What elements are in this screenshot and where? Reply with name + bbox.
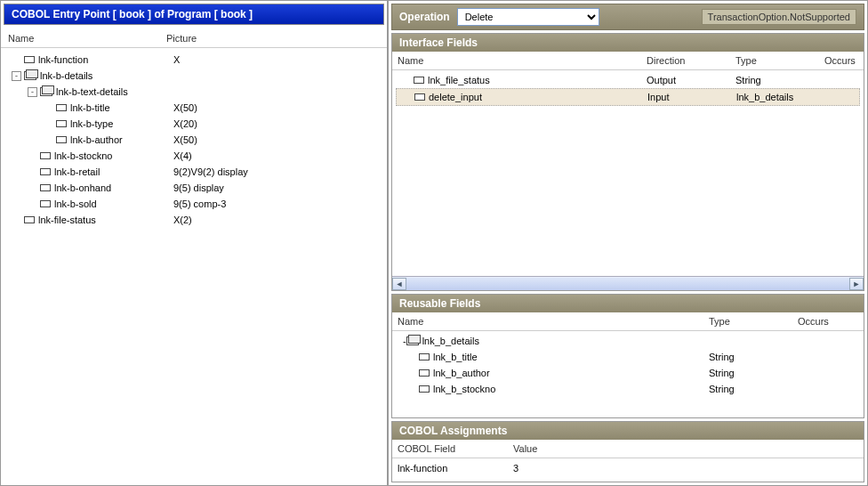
tree-row[interactable]: lnk-b-sold9(5) comp-3: [4, 196, 383, 212]
if-type: String: [735, 73, 824, 87]
reusable-fields-header: Name Type Occurs: [392, 312, 864, 331]
field-icon: [56, 120, 67, 127]
tree-row[interactable]: lnk-file-statusX(2): [4, 212, 383, 228]
tree-item-picture: 9(5) display: [173, 181, 383, 195]
reusable-field-row[interactable]: lnk_b_authorString: [396, 365, 860, 381]
tree-item-label: lnk-b-type: [70, 117, 113, 131]
ca-col-field: COBOL Field: [398, 443, 513, 454]
cobol-assignments-section: COBOL Assignments COBOL Field Value lnk-…: [391, 421, 864, 482]
rf-name-label: lnk_b_stockno: [433, 382, 495, 396]
rf-type: String: [709, 382, 798, 396]
reusable-fields-section: Reusable Fields Name Type Occurs -lnk_b_…: [391, 294, 864, 418]
tree-row[interactable]: -lnk-b-text-details: [4, 84, 383, 100]
rf-col-occurs: Occurs: [798, 316, 858, 327]
tree-item-picture: X(20): [173, 117, 383, 131]
right-panel: Operation Delete TransactionOption.NotSu…: [389, 1, 867, 485]
interface-field-row[interactable]: lnk_file_statusOutputString: [396, 72, 860, 88]
tree-row[interactable]: lnk-b-onhand9(5) display: [4, 180, 383, 196]
tree-item-label: lnk-b-sold: [54, 197, 97, 211]
tree-item-picture: 9(2)V9(2) display: [173, 165, 383, 179]
tree-item-label: lnk-b-details: [40, 69, 92, 83]
tree-row[interactable]: lnk-b-stocknoX(4): [4, 148, 383, 164]
scroll-track[interactable]: [406, 278, 849, 290]
transaction-option: TransactionOption.NotSupported: [702, 9, 856, 25]
interface-fields-section: Interface Fields Name Direction Type Occ…: [391, 33, 864, 291]
ca-field: lnk-function: [398, 461, 513, 475]
field-icon: [419, 369, 430, 377]
tree-item-label: lnk-b-retail: [54, 165, 100, 179]
toggle-placeholder: [12, 55, 21, 65]
ca-col-value: Value: [513, 443, 858, 454]
interface-fields-header: Name Direction Type Occurs: [392, 52, 864, 70]
tree-item-label: lnk-b-text-details: [56, 85, 128, 99]
left-panel: COBOL Entry Point [ book ] of Program [ …: [1, 1, 389, 485]
field-icon: [24, 216, 35, 223]
toggle-placeholder: [28, 199, 37, 209]
if-col-direction: Direction: [647, 55, 735, 66]
collapse-icon[interactable]: -: [12, 71, 21, 81]
reusable-field-row[interactable]: lnk_b_titleString: [396, 349, 860, 365]
tree-item-label: lnk-function: [38, 53, 88, 67]
operation-bar: Operation Delete TransactionOption.NotSu…: [391, 4, 864, 30]
cobol-assignments-body[interactable]: lnk-function3: [392, 458, 864, 482]
scroll-left-icon[interactable]: ◄: [392, 278, 406, 290]
rf-col-type: Type: [709, 316, 798, 327]
collapse-icon[interactable]: -: [28, 87, 37, 97]
group-icon: [24, 71, 36, 80]
reusable-field-row[interactable]: -lnk_b_details: [396, 333, 860, 349]
field-icon: [419, 385, 430, 393]
interface-fields-body[interactable]: lnk_file_statusOutputStringdelete_inputI…: [392, 70, 864, 276]
interface-fields-title: Interface Fields: [392, 34, 864, 52]
tree-item-picture: X(50): [173, 133, 383, 147]
tree-row[interactable]: lnk-b-typeX(20): [4, 116, 383, 132]
tree-item-label: lnk-b-stockno: [54, 149, 112, 163]
field-icon: [56, 136, 67, 143]
if-type: lnk_b_details: [736, 90, 825, 104]
group-icon: [40, 87, 52, 96]
toggle-placeholder: [28, 183, 37, 193]
field-icon: [56, 104, 67, 111]
tree-body[interactable]: lnk-functionX-lnk-b-details-lnk-b-text-d…: [1, 48, 387, 485]
interface-scrollbar[interactable]: ◄ ►: [392, 276, 864, 290]
rf-name-label: lnk_b_details: [422, 334, 479, 348]
field-icon: [40, 184, 51, 191]
toggle-placeholder: [44, 119, 53, 129]
rf-name-label: lnk_b_title: [433, 350, 478, 364]
operation-select[interactable]: Delete: [457, 8, 599, 26]
tree-row[interactable]: -lnk-b-details: [4, 68, 383, 84]
if-name-label: delete_input: [429, 90, 482, 104]
field-icon: [24, 56, 35, 63]
if-col-occurs: Occurs: [824, 55, 858, 66]
rf-type: String: [709, 366, 798, 380]
tree-row[interactable]: lnk-b-retail9(2)V9(2) display: [4, 164, 383, 180]
tree-item-picture: X: [173, 53, 383, 67]
tree-item-picture: 9(5) comp-3: [173, 197, 383, 211]
field-icon: [40, 168, 51, 175]
if-direction: Input: [647, 90, 736, 104]
tree-header: Name Picture: [1, 28, 387, 48]
tree-col-name-header: Name: [8, 33, 159, 44]
field-icon: [419, 353, 430, 360]
scroll-right-icon[interactable]: ►: [849, 278, 864, 290]
reusable-fields-title: Reusable Fields: [392, 295, 864, 312]
operation-label: Operation: [399, 11, 450, 23]
toggle-placeholder: [28, 151, 37, 161]
tree-row[interactable]: lnk-b-titleX(50): [4, 100, 383, 116]
tree-item-picture: X(4): [173, 149, 383, 163]
if-col-type: Type: [735, 55, 824, 66]
group-icon: [406, 336, 419, 345]
reusable-fields-body[interactable]: -lnk_b_detailslnk_b_titleStringlnk_b_aut…: [392, 331, 864, 417]
rf-col-name: Name: [398, 316, 709, 327]
tree-item-label: lnk-b-onhand: [54, 181, 111, 195]
tree-item-label: lnk-file-status: [38, 213, 96, 227]
interface-field-row[interactable]: delete_inputInputlnk_b_details: [396, 88, 860, 106]
reusable-field-row[interactable]: lnk_b_stocknoString: [396, 381, 860, 397]
toggle-placeholder: [12, 215, 21, 225]
cobol-assignments-title: COBOL Assignments: [392, 422, 864, 440]
tree-item-label: lnk-b-title: [70, 101, 110, 115]
field-icon: [40, 200, 51, 207]
cobol-assignment-row[interactable]: lnk-function3: [396, 460, 860, 476]
tree-row[interactable]: lnk-functionX: [4, 52, 383, 68]
if-direction: Output: [647, 73, 735, 87]
tree-row[interactable]: lnk-b-authorX(50): [4, 132, 383, 148]
